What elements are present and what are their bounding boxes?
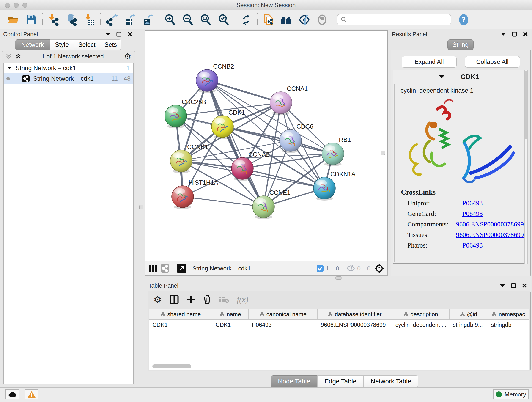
import-table-file-icon[interactable] (83, 13, 96, 26)
column-header-namespace[interactable]: namespac (488, 309, 529, 319)
network-edge-CCNB2-CCNE1[interactable] (207, 80, 264, 207)
delete-column-icon[interactable] (203, 295, 211, 304)
crosslink-row: Uniprot: P06493 (394, 196, 524, 207)
column-header-database-identifier[interactable]: database identifier (317, 309, 392, 319)
expand-all-button[interactable]: Expand All (402, 56, 457, 68)
table-horizontal-scrollbar[interactable] (152, 364, 191, 368)
panel-menu-icon[interactable] (501, 32, 506, 36)
float-panel-icon[interactable] (512, 32, 517, 37)
collection-expanded-icon[interactable] (7, 67, 12, 70)
tissues-link[interactable]: 9606.ENSP00000378699 (456, 231, 524, 239)
help-icon[interactable]: ? (457, 13, 470, 26)
memory-status-dot-icon (496, 391, 502, 397)
export-table-icon[interactable] (123, 13, 136, 26)
network-edge-HIST1H1A-CCNE1[interactable] (183, 197, 264, 207)
tab-style[interactable]: Style (50, 39, 74, 50)
column-header-shared-name[interactable]: shared name (149, 309, 212, 319)
genecard-link[interactable]: P06493 (462, 210, 483, 217)
network-options-gear-icon[interactable]: ⚙ (124, 52, 131, 61)
preview-eye-icon[interactable] (316, 13, 329, 26)
attribute-icon (220, 312, 224, 317)
minimize-window-icon[interactable] (14, 3, 19, 8)
zoom-selected-icon[interactable] (217, 13, 230, 26)
zoom-fit-icon[interactable] (199, 13, 212, 26)
pharos-link[interactable]: P06493 (462, 242, 483, 249)
network-node-RB1[interactable]: RB1 (322, 136, 351, 166)
tab-string[interactable]: String (447, 39, 474, 50)
birds-eye-grid-icon[interactable] (149, 264, 157, 273)
uniprot-link[interactable]: P06493 (462, 199, 483, 207)
zoom-window-icon[interactable] (22, 3, 27, 8)
selected-checkbox-icon[interactable] (317, 265, 323, 272)
open-in-window-icon[interactable] (177, 264, 186, 273)
cloud-button[interactable] (5, 389, 19, 400)
gene-expanded-icon[interactable] (439, 75, 444, 79)
network-row-selected[interactable]: String Network – cdk1 11 48 (4, 73, 133, 84)
gene-description: cyclin–dependent kinase 1 (394, 84, 524, 94)
export-image-icon[interactable] (141, 13, 154, 26)
warnings-button[interactable] (25, 389, 38, 400)
network-node-CDK1[interactable]: CDK1 (211, 109, 245, 139)
first-neighbors-icon[interactable] (280, 13, 293, 26)
show-columns-icon[interactable] (170, 295, 179, 304)
tab-network[interactable]: Network (15, 39, 50, 50)
add-column-icon[interactable] (186, 295, 195, 304)
export-network-icon[interactable] (105, 13, 118, 26)
close-panel-icon[interactable] (523, 32, 528, 37)
network-node-CDKN1A[interactable]: CDKN1A (313, 171, 355, 201)
node-label-RB1: RB1 (339, 136, 351, 143)
table-panel-title: Table Panel (148, 282, 178, 289)
tab-edge-table[interactable]: Edge Table (317, 375, 364, 387)
import-network-file-icon[interactable] (47, 13, 60, 26)
left-splitter-handle[interactable] (139, 205, 143, 209)
right-splitter-handle[interactable] (381, 151, 385, 155)
compartments-link[interactable]: 9606.ENSP00000378699 (456, 220, 524, 228)
crosshair-navigator-icon[interactable] (374, 263, 384, 274)
tab-network-table[interactable]: Network Table (364, 375, 418, 387)
column-header-name[interactable]: name (212, 309, 249, 319)
clone-network-icon[interactable] (262, 13, 275, 26)
show-hide-graphics-icon[interactable] (298, 13, 311, 26)
zoom-in-icon[interactable] (164, 13, 177, 26)
column-header-description[interactable]: description (392, 309, 450, 319)
tab-node-table[interactable]: Node Table (271, 375, 317, 387)
memory-indicator[interactable]: Memory (493, 389, 529, 400)
network-canvas[interactable]: CCNB2CCNA1CDC25BCDK1CDC6RB1CCNB1CCNA2CDK… (145, 31, 388, 261)
open-file-icon[interactable] (7, 13, 20, 26)
network-collection-row[interactable]: String Network – cdk1 1 (4, 63, 133, 73)
search-input[interactable] (337, 14, 451, 25)
collapse-all-networks-icon[interactable] (6, 53, 12, 59)
panel-menu-icon[interactable] (500, 284, 505, 287)
tab-sets[interactable]: Sets (100, 39, 121, 50)
update-view-icon[interactable] (240, 13, 253, 26)
network-badge-gray-icon[interactable] (161, 264, 169, 273)
save-session-icon[interactable] (25, 13, 38, 26)
control-panel: Control Panel Network Style Select Sets … (0, 29, 138, 387)
column-header-canonical-name[interactable]: canonical name (249, 309, 317, 319)
float-panel-icon[interactable] (511, 283, 516, 288)
table-settings-gear-icon[interactable]: ⚙ (153, 295, 162, 304)
zoom-out-icon[interactable] (181, 13, 194, 26)
tab-select[interactable]: Select (74, 39, 100, 50)
results-scrollbar[interactable] (525, 70, 528, 264)
results-panel: Results Panel String Expand All Collapse… (389, 29, 532, 278)
expand-all-networks-icon[interactable] (15, 53, 21, 59)
close-window-icon[interactable] (5, 3, 10, 8)
network-graph[interactable]: CCNB2CCNA1CDC25BCDK1CDC6RB1CCNB1CCNA2CDK… (146, 31, 387, 261)
network-edge-CCNB2-CCNA1[interactable] (207, 80, 281, 103)
horizontal-splitter-handle[interactable] (336, 276, 342, 280)
column-header-id[interactable]: @id (450, 309, 488, 319)
close-panel-icon[interactable] (522, 283, 527, 288)
table-row[interactable]: CDK1 CDK1 P06493 9606.ENSP00000378699 cy… (149, 320, 529, 330)
network-node-CDC6[interactable]: CDC6 (279, 123, 313, 153)
network-node-CCNB2[interactable]: CCNB2 (196, 63, 234, 93)
network-node-CCNB1[interactable]: CCNB1 (170, 143, 208, 173)
node-table[interactable]: shared name name canonical name database… (149, 309, 530, 370)
close-panel-icon[interactable] (127, 32, 133, 37)
float-panel-icon[interactable] (116, 32, 121, 37)
collapse-all-button[interactable]: Collapse All (465, 56, 520, 68)
network-node-HIST1H1A[interactable]: HIST1H1A (172, 179, 218, 209)
panel-menu-icon[interactable] (105, 32, 110, 36)
import-network-database-icon[interactable] (65, 13, 78, 26)
network-edge-CDK1-RB1[interactable] (222, 127, 333, 154)
